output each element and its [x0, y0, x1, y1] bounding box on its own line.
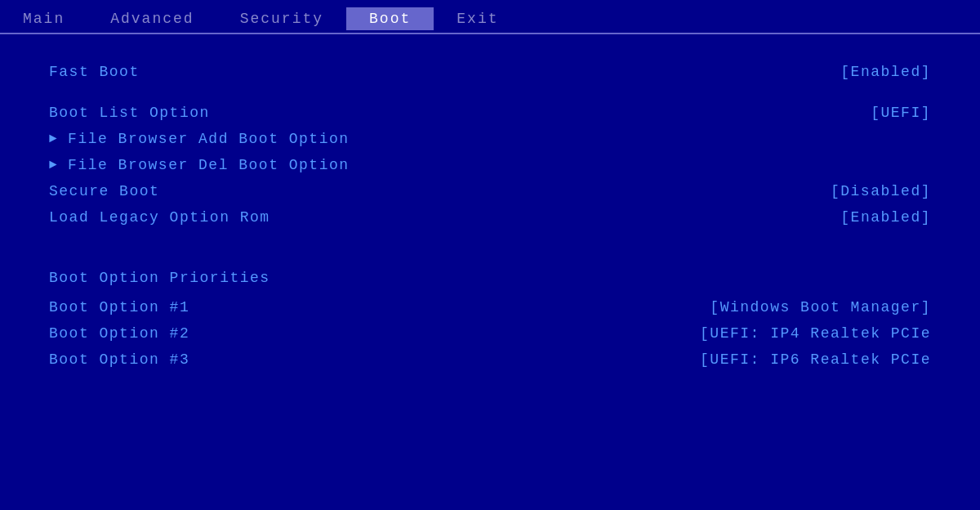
boot-option-3-label: Boot Option #3 — [49, 351, 189, 368]
bios-screen: Main Advanced Security Boot Exit Fast Bo… — [0, 0, 980, 510]
load-legacy-label: Load Legacy Option Rom — [49, 209, 270, 226]
boot-option-1-label: Boot Option #1 — [49, 299, 189, 315]
divider-1 — [49, 85, 931, 100]
menu-item-exit[interactable]: Exit — [434, 7, 521, 30]
boot-option-1-row[interactable]: Boot Option #1 [Windows Boot Manager] — [49, 294, 931, 320]
fast-boot-label: Fast Boot — [49, 64, 140, 80]
file-browser-del-row[interactable]: ► File Browser Del Boot Option — [49, 152, 931, 178]
boot-option-2-value: [UEFI: IP4 Realtek PCIe — [700, 325, 931, 342]
secure-boot-row[interactable]: Secure Boot [Disabled] — [49, 178, 931, 204]
load-legacy-row[interactable]: Load Legacy Option Rom [Enabled] — [49, 204, 931, 230]
fast-boot-value: [Enabled] — [840, 64, 931, 80]
arrow-icon-del: ► — [49, 158, 58, 172]
file-browser-add-label: ► File Browser Add Boot Option — [49, 131, 350, 147]
menu-item-main[interactable]: Main — [0, 7, 87, 30]
boot-option-2-row[interactable]: Boot Option #2 [UEFI: IP4 Realtek PCIe — [49, 320, 931, 347]
file-browser-add-row[interactable]: ► File Browser Add Boot Option — [49, 126, 931, 152]
divider-2 — [49, 230, 931, 245]
arrow-icon-add: ► — [49, 132, 58, 146]
secure-boot-label: Secure Boot — [49, 183, 159, 199]
boot-option-3-value: [UEFI: IP6 Realtek PCIe — [700, 351, 931, 368]
fast-boot-row[interactable]: Fast Boot [Enabled] — [49, 59, 931, 85]
bios-content: Fast Boot [Enabled] Boot List Option [UE… — [0, 34, 980, 397]
boot-list-option-row[interactable]: Boot List Option [UEFI] — [49, 100, 931, 126]
secure-boot-value: [Disabled] — [831, 183, 931, 199]
boot-list-option-label: Boot List Option — [49, 105, 210, 121]
boot-option-1-value: [Windows Boot Manager] — [710, 299, 931, 315]
menu-bar: Main Advanced Security Boot Exit — [0, 0, 980, 34]
menu-item-advanced[interactable]: Advanced — [87, 7, 216, 30]
boot-option-2-label: Boot Option #2 — [49, 325, 189, 342]
menu-item-security[interactable]: Security — [217, 7, 346, 30]
menu-item-boot[interactable]: Boot — [346, 7, 434, 30]
load-legacy-value: [Enabled] — [840, 209, 931, 226]
boot-list-option-value: [UEFI] — [871, 105, 931, 121]
boot-priorities-header-row: Boot Option Priorities — [49, 245, 931, 294]
boot-priorities-header: Boot Option Priorities — [49, 266, 270, 290]
boot-option-3-row[interactable]: Boot Option #3 [UEFI: IP6 Realtek PCIe — [49, 347, 931, 373]
file-browser-del-label: ► File Browser Del Boot Option — [49, 157, 350, 173]
